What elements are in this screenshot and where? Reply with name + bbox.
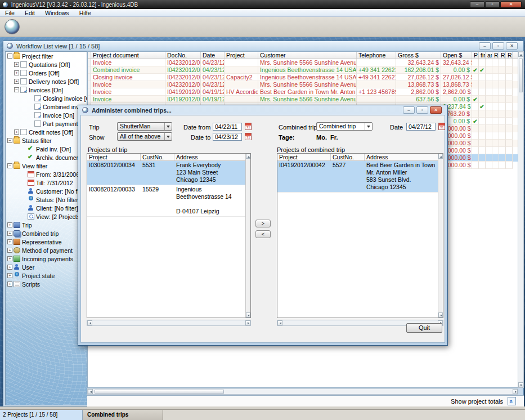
menu-hilfe[interactable]: Hilfe [74,10,96,16]
tree-expander-icon[interactable]: − [7,53,12,59]
menu-file[interactable]: File [0,10,20,16]
scroll-right-button[interactable] [245,320,250,325]
tree-item-delivery-notes-off[interactable]: +Delivery notes [Off] [6,77,87,86]
table-row[interactable]: InvoiceI04192012/0004204/19/12HV Accordi… [88,88,518,96]
scroll-up-button[interactable] [246,154,250,159]
list-column-header-custno-[interactable]: CustNo. [141,154,174,160]
scroll-down-button[interactable] [518,382,523,387]
list-vertical-scrollbar[interactable] [245,154,250,318]
tree-expander-icon[interactable]: + [7,273,12,278]
dialog-close-button[interactable]: ✕ [430,106,442,114]
tree-item-customer-no-filter[interactable]: +Customer: [No filter] [6,187,87,195]
show-totals-button[interactable] [508,397,516,405]
tree-expander-icon[interactable]: − [7,163,12,168]
tree-item-status-filter[interactable]: −Status filter [6,136,87,145]
tree-expander-icon[interactable]: + [7,239,12,244]
tree-item-part-payment-invoice[interactable]: +Part payment invoice [6,119,87,128]
date-from-calendar-icon[interactable] [245,123,252,130]
table-row[interactable]: Combined invoiceI04232012/0004604/23/12I… [88,66,518,74]
minimize-button[interactable]: – [470,1,484,8]
status-tab-combined-trips[interactable]: Combined trips [83,410,163,420]
hscroll-thumb[interactable] [95,390,224,394]
tree-item-representative[interactable]: +Representative [6,238,87,246]
column-header-r2[interactable]: R2 [499,52,506,59]
tree-item-invoices-on[interactable]: −Invoices [On] [6,86,87,94]
date-from-input[interactable]: 04/22/11 [213,123,242,131]
dialog-maximize-button[interactable]: ▫ [416,106,428,114]
table-row[interactable]: InvoiceI04232012/0004704/23/12Mrs. Sunsh… [88,59,518,66]
list-column-header-custno-[interactable]: CustNo. [331,154,365,160]
tree-item-client-no-filter[interactable]: +Client: [No filter] [6,204,87,212]
workflow-titlebar[interactable]: Workflow List view [1 / 15 / 58] – ▫ ✕ [3,41,523,51]
tree-item-user[interactable]: +User [6,263,87,271]
tree-expander-icon[interactable]: + [14,62,19,67]
scroll-up-button[interactable] [518,52,523,57]
workflow-minimize-button[interactable]: – [479,42,491,50]
move-right-button[interactable]: > [255,220,271,227]
tree-item-closing-invoice-on[interactable]: +Closing invoice [On] [6,94,87,102]
column-header-r1[interactable]: R1 [492,52,499,59]
dialog-titlebar[interactable]: Administer combined trips... – ▫ ✕ [78,105,447,115]
combined-trip-combobox[interactable]: Combined trip [316,122,373,131]
menu-edit[interactable]: Edit [20,10,40,16]
list-vertical-scrollbar[interactable] [438,154,443,318]
tree-expander-icon[interactable]: + [14,79,19,84]
tree-expander-icon[interactable]: + [7,222,12,227]
date-input[interactable]: 04/27/12 [406,123,436,131]
tree-item-view-2-projects[interactable]: +View: [2 Projects] [6,212,87,221]
date-to-calendar-icon[interactable] [245,133,252,140]
show-combobox[interactable]: All of the above [117,132,172,141]
workflow-maximize-button[interactable]: ▫ [492,42,504,50]
list-item[interactable]: I03082012/0003315529Ingenious Beethovens… [87,185,250,217]
column-header-pai[interactable]: Pai [472,52,479,59]
tree-item-status-no-filter[interactable]: +Status: [No filter] [6,195,87,204]
tree-item-scripts[interactable]: +Scripts [6,280,87,288]
move-left-button[interactable]: < [255,230,271,238]
column-header-project-document[interactable]: Project document [91,52,165,59]
scroll-right-button[interactable] [513,389,518,394]
tree-item-archiv-documents-on[interactable]: +Archiv. documents [On] [6,153,87,162]
menu-windows[interactable]: Windows [40,10,74,16]
table-row[interactable]: InvoiceI04192012/0004104/19/12Mrs. Sunsh… [88,96,518,103]
column-header-fin[interactable]: fin. [479,52,486,59]
column-header-customer[interactable]: Customer [258,52,357,59]
scroll-down-button[interactable] [246,312,250,318]
trip-combobox[interactable]: ShutterMan [117,122,172,131]
list-item[interactable]: I04192012/000425527Best Beer Garden in T… [277,161,443,193]
tree-expander-icon[interactable]: + [7,248,12,253]
tree-item-invoice-on[interactable]: +Invoice [On] [6,111,87,119]
tree-expander-icon[interactable]: + [7,231,12,236]
vscroll-thumb[interactable] [519,59,523,92]
dialog-minimize-button[interactable]: – [403,106,415,114]
scroll-down-button[interactable] [438,312,443,318]
left-list-hscrollbar[interactable] [87,320,251,326]
close-button[interactable]: ✕ [500,1,522,8]
tree-item-paid-inv-on[interactable]: +Paid inv. [On] [6,145,87,153]
scroll-left-button[interactable] [277,320,282,325]
table-row[interactable]: InvoiceI04232012/0004304/23/12Mrs. Sunsh… [88,81,518,88]
tree-item-from-3-31-2006[interactable]: +From: 3/31/2006 [6,170,87,178]
scroll-left-button[interactable] [87,320,92,325]
scroll-up-button[interactable] [438,154,443,159]
tree-item-quotations-off[interactable]: +Quotations [Off] [6,60,87,69]
tree-item-orders-off[interactable]: +Orders [Off] [6,69,87,77]
maximize-button[interactable]: ▫ [485,1,500,8]
tree-item-combined-invoice-on[interactable]: +Combined invoice [On] [6,102,87,111]
scroll-left-button[interactable] [88,389,93,394]
tree-item-till-7-31-2012[interactable]: +Till: 7/31/2012 [6,178,87,187]
tree-expander-icon[interactable]: + [7,282,12,287]
list-column-header-project[interactable]: Project [277,154,331,160]
list-item[interactable]: I03082012/000345531Frank Everybody 123 M… [87,161,250,185]
tree-expander-icon[interactable]: − [14,87,19,92]
tree-expander-icon[interactable]: + [7,256,12,261]
date-to-input[interactable]: 04/23/12 [213,133,242,141]
tree-expander-icon[interactable]: + [7,265,12,270]
column-header-docno[interactable]: DocNo. [165,52,201,59]
table-vertical-scrollbar[interactable] [518,51,524,388]
tree-item-project-filter[interactable]: −Project filter [6,52,87,60]
tree-item-credit-notes-off[interactable]: +Credit notes [Off] [6,128,87,136]
tree-item-trip[interactable]: +Trip [6,221,87,229]
tree-expander-icon[interactable]: − [7,138,12,143]
tree-item-combined-trip[interactable]: +Combined trip [6,229,87,238]
column-header-gross[interactable]: Gross $ [396,52,441,59]
